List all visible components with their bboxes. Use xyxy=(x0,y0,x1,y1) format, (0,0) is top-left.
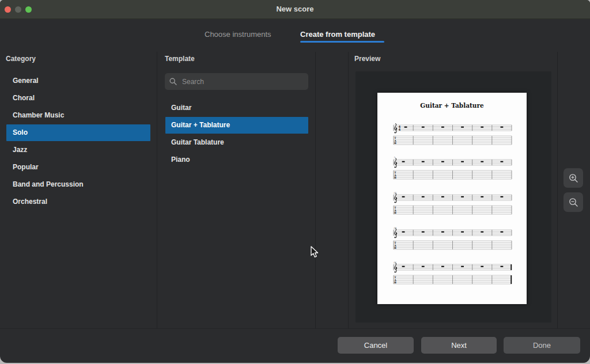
category-header: Category xyxy=(6,55,36,63)
category-item-choral[interactable]: Choral xyxy=(6,90,150,107)
score-page-svg: Guitar + Tablature44TAB7TAB13TAB19TAB25T… xyxy=(377,93,527,304)
tab-choose-instruments[interactable]: Choose instruments xyxy=(205,29,271,40)
svg-text:B: B xyxy=(394,142,396,145)
search-icon xyxy=(169,78,177,85)
svg-text:B: B xyxy=(394,281,396,284)
divider xyxy=(557,52,558,328)
divider xyxy=(0,328,590,329)
category-item-orchestral[interactable]: Orchestral xyxy=(6,194,150,210)
score-page-preview: Guitar + Tablature44TAB7TAB13TAB19TAB25T… xyxy=(377,93,527,304)
svg-text:7: 7 xyxy=(394,157,395,159)
svg-text:Guitar + Tablature: Guitar + Tablature xyxy=(420,102,484,109)
category-item-solo[interactable]: Solo xyxy=(6,124,150,141)
category-item-chamber-music[interactable]: Chamber Music xyxy=(6,107,150,124)
zoom-in-button[interactable] xyxy=(563,168,583,188)
category-item-jazz[interactable]: Jazz xyxy=(6,142,150,158)
zoom-out-icon xyxy=(569,198,578,207)
svg-text:B: B xyxy=(394,211,396,214)
svg-text:B: B xyxy=(394,247,396,249)
window-title: New score xyxy=(0,5,590,13)
search-input[interactable] xyxy=(181,77,304,86)
active-tab-underline xyxy=(300,41,384,43)
tab-create-from-template[interactable]: Create from template xyxy=(300,29,375,40)
divider xyxy=(315,52,316,328)
divider xyxy=(157,52,157,328)
svg-text:B: B xyxy=(394,176,396,179)
template-item-piano[interactable]: Piano xyxy=(165,151,308,168)
divider xyxy=(348,52,349,328)
zoom-in-icon xyxy=(569,173,578,183)
cancel-button[interactable]: Cancel xyxy=(338,337,414,354)
template-header: Template xyxy=(165,55,195,63)
preview-area: Guitar + Tablature44TAB7TAB13TAB19TAB25T… xyxy=(355,71,551,323)
category-item-popular[interactable]: Popular xyxy=(6,159,150,176)
svg-text:4: 4 xyxy=(399,128,401,131)
new-score-dialog: New score Choose instruments Create from… xyxy=(0,0,590,363)
next-button[interactable]: Next xyxy=(421,337,497,354)
category-item-band-and-percussion[interactable]: Band and Percussion xyxy=(6,176,150,193)
template-item-guitar-tablature[interactable]: Guitar Tablature xyxy=(165,134,308,151)
mouse-cursor xyxy=(310,246,319,259)
category-item-general[interactable]: General xyxy=(6,73,150,89)
template-item-guitar-plus-tablature[interactable]: Guitar + Tablature xyxy=(165,117,308,134)
preview-header: Preview xyxy=(354,55,380,63)
title-bar: New score xyxy=(0,0,590,19)
done-button[interactable]: Done xyxy=(504,337,580,354)
zoom-out-button[interactable] xyxy=(563,192,583,212)
search-box[interactable] xyxy=(165,73,308,90)
template-item-guitar[interactable]: Guitar xyxy=(165,100,308,116)
